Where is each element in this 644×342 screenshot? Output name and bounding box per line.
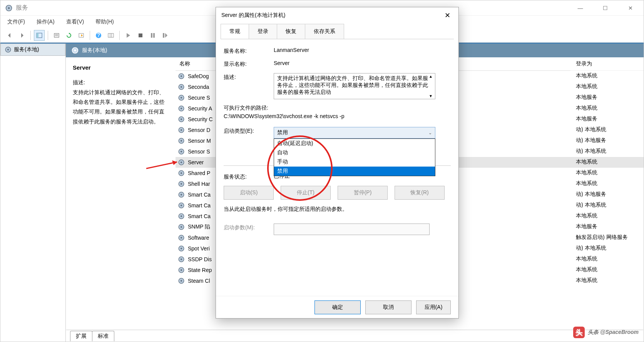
refresh-button[interactable]	[64, 30, 74, 41]
forward-button[interactable]	[17, 30, 27, 41]
gear-icon	[178, 148, 185, 155]
start-service-button[interactable]	[123, 30, 134, 41]
gear-icon	[178, 202, 185, 209]
scroll-down-icon[interactable]: ▼	[427, 94, 434, 98]
gear-icon	[178, 224, 185, 230]
scroll-up-icon[interactable]: ▲	[427, 74, 434, 78]
annotation-arrow	[144, 159, 183, 170]
gear-icon	[178, 127, 185, 133]
toolbar-separator	[90, 31, 90, 40]
footer-tab-extended[interactable]: 扩展	[70, 331, 92, 341]
watermark: 头 头条 @SpaceBroom	[573, 327, 639, 338]
exe-path-value: C:\WINDOWS\system32\svchost.exe -k netsv…	[224, 113, 451, 119]
svg-point-24	[181, 86, 182, 88]
description-label: 描述:	[73, 79, 169, 86]
menu-view[interactable]: 查看(V)	[64, 17, 87, 27]
minimize-button[interactable]: —	[572, 2, 589, 14]
toolbar-separator	[30, 31, 31, 40]
help-button[interactable]: ?	[93, 30, 104, 41]
menu-action[interactable]: 操作(A)	[34, 17, 57, 27]
login-rows: 本地系统本地系统本地服务本地系统本地服务动) 本地系统动) 本地服务动) 本地系…	[570, 71, 644, 286]
gear-icon	[178, 105, 185, 112]
login-as-cell: 本地系统	[570, 82, 644, 92]
cancel-button[interactable]: 取消	[365, 300, 411, 314]
option-auto-delayed[interactable]: 自动(延迟启动)	[274, 139, 435, 148]
startup-type-value: 禁用	[277, 129, 288, 136]
maximize-button[interactable]: ☐	[597, 2, 614, 14]
scrollbar[interactable]: ▲▼	[427, 74, 434, 98]
svg-point-34	[181, 140, 182, 142]
back-button[interactable]	[4, 30, 15, 41]
startup-type-dropdown: 自动(延迟启动) 自动 手动 禁用	[274, 138, 435, 176]
svg-point-58	[181, 269, 182, 271]
svg-point-26	[181, 97, 182, 99]
login-as-cell: 动) 本地服务	[570, 189, 644, 200]
export-button[interactable]	[76, 30, 87, 41]
svg-point-54	[181, 248, 182, 250]
dialog-close-button[interactable]: ✕	[442, 10, 453, 21]
column-header-name[interactable]: 名称	[176, 57, 216, 70]
restart-service-button[interactable]	[160, 30, 171, 41]
svg-point-1	[8, 7, 10, 9]
chevron-down-icon: ⌄	[428, 130, 432, 135]
apply-button[interactable]: 应用(A)	[416, 300, 451, 314]
gear-icon	[178, 245, 185, 252]
tab-dependencies[interactable]: 依存关系	[305, 24, 344, 39]
login-as-cell: 本地服务	[570, 92, 644, 103]
svg-rect-16	[163, 33, 164, 38]
stop-button[interactable]: 停止(T)	[281, 186, 331, 200]
gear-icon	[178, 213, 185, 220]
detail-view-button[interactable]	[34, 30, 45, 41]
description-value: 支持此计算机通过网络的文件、打印、和命名管道共享。如果服务停止，这些功能不可用。…	[277, 75, 428, 95]
svg-point-44	[181, 194, 182, 196]
exe-path-label: 可执行文件的路径:	[224, 105, 451, 112]
svg-point-40	[181, 172, 182, 174]
login-as-cell: 本地服务	[570, 222, 644, 232]
start-params-input[interactable]	[274, 224, 430, 235]
properties-button[interactable]	[51, 30, 62, 41]
svg-point-20	[74, 50, 76, 52]
ok-button[interactable]: 确定	[314, 300, 361, 314]
window-controls: — ☐ ✕	[572, 2, 639, 14]
columns-button[interactable]	[105, 30, 116, 41]
start-button[interactable]: 启动(S)	[224, 186, 274, 200]
login-as-cell: 动) 本地系统	[570, 243, 644, 254]
menu-help[interactable]: 帮助(H)	[93, 17, 116, 27]
gear-icon	[178, 191, 185, 198]
svg-point-30	[181, 118, 182, 120]
pause-service-button[interactable]	[147, 30, 158, 41]
login-as-cell: 本地系统	[570, 179, 644, 189]
resume-button[interactable]: 恢复(R)	[395, 186, 445, 200]
footer-tab-standard[interactable]: 标准	[92, 331, 114, 341]
services-icon	[5, 4, 13, 12]
gear-icon	[178, 267, 185, 274]
login-as-cell: 本地系统	[570, 103, 644, 114]
startup-type-combobox[interactable]: 禁用 ⌄ 自动(延迟启动) 自动 手动 禁用	[274, 127, 435, 138]
tab-logon[interactable]: 登录	[249, 24, 277, 39]
dialog-footer: 确定 取消 应用(A)	[216, 296, 458, 318]
svg-rect-14	[151, 33, 152, 38]
svg-point-46	[181, 205, 182, 207]
startup-type-label: 启动类型(E):	[224, 127, 274, 135]
option-auto[interactable]: 自动	[274, 148, 435, 157]
description-textbox[interactable]: 支持此计算机通过网络的文件、打印、和命名管道共享。如果服务停止，这些功能不可用。…	[274, 73, 435, 99]
gear-icon	[178, 234, 185, 241]
svg-rect-3	[37, 33, 38, 38]
svg-point-52	[181, 237, 182, 239]
stop-service-button[interactable]	[135, 30, 146, 41]
tab-general[interactable]: 常规	[221, 24, 249, 39]
svg-point-48	[181, 215, 182, 217]
pause-button[interactable]: 暂停(P)	[338, 186, 388, 200]
tree-node-services-local[interactable]: 服务(本地)	[0, 43, 65, 56]
login-as-cell: 本地系统	[570, 157, 644, 168]
login-as-cell: 动) 本地系统	[570, 146, 644, 157]
menu-file[interactable]: 文件(F)	[5, 17, 27, 27]
option-manual[interactable]: 手动	[274, 157, 435, 167]
column-header-login[interactable]: 登录为	[570, 57, 644, 71]
option-disabled[interactable]: 禁用	[274, 167, 435, 176]
close-button[interactable]: ✕	[622, 2, 639, 14]
tab-recovery[interactable]: 恢复	[277, 24, 305, 39]
login-as-cell: 动) 本地系统	[570, 200, 644, 211]
toolbar-separator	[48, 31, 48, 40]
svg-rect-4	[54, 33, 59, 37]
